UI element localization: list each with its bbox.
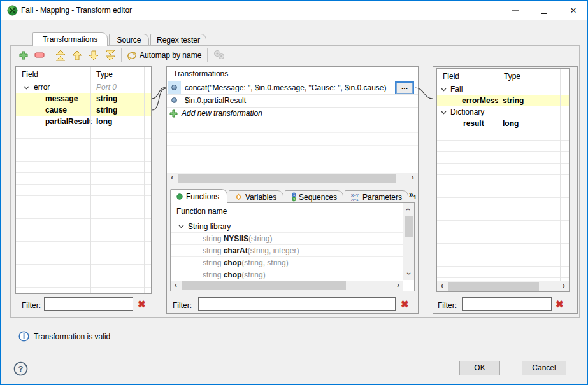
title-bar: Fail - Mapping - Transform editor ✕ [1, 1, 587, 20]
svg-text:1: 1 [293, 193, 295, 197]
transformation-row[interactable]: $in.0.partialResult [167, 94, 418, 107]
right-clear-filter-icon[interactable]: ✖ [556, 299, 564, 309]
function-row[interactable]: string chop(string, string) [171, 256, 403, 268]
transformation-row[interactable]: concat("Message: ", $in.0.message, "Caus… [167, 81, 418, 94]
chevron-down-icon [24, 86, 29, 90]
right-filter-label: Filter: [438, 299, 457, 312]
scroll-up-icon[interactable]: › [403, 204, 413, 214]
table-row[interactable]: Dictionary [437, 106, 569, 118]
close-icon: ✕ [570, 6, 577, 15]
toolbar-separator [50, 48, 50, 62]
functions-vscrollbar[interactable]: › › [403, 203, 414, 280]
left-col-header-field: Field [22, 69, 38, 80]
field-type: long [503, 118, 519, 129]
info-icon [18, 331, 29, 342]
tab-parameters[interactable]: X=Y A=1 Parameters [345, 190, 408, 203]
add-new-transformation-row[interactable]: Add new transformation [167, 107, 418, 120]
scrollbar-thumb[interactable] [178, 174, 396, 183]
field-type: string [96, 93, 117, 104]
close-button[interactable]: ✕ [559, 1, 588, 20]
minimize-icon [512, 10, 519, 11]
field-name: cause [45, 104, 67, 116]
scrollbar-thumb[interactable] [448, 282, 539, 291]
remove-button[interactable] [34, 52, 45, 59]
automap-by-name-button[interactable]: Automap by name [140, 50, 201, 60]
ok-button[interactable]: OK [459, 361, 500, 375]
scroll-left-icon[interactable]: ‹ [171, 281, 181, 291]
move-to-bottom-button[interactable] [104, 50, 116, 61]
scrollbar-thumb[interactable] [405, 216, 413, 237]
minimize-button[interactable] [500, 1, 529, 20]
parameters-icon: X=Y A=1 [351, 193, 359, 202]
field-name: error [34, 81, 50, 93]
tab-regex-tester[interactable]: Regex tester [150, 34, 206, 46]
help-button[interactable]: ? [13, 361, 28, 376]
edit-transformation-button[interactable]: ... [396, 83, 413, 94]
plus-icon [169, 109, 178, 118]
table-row[interactable]: Fail [437, 83, 569, 95]
right-filter-input[interactable] [462, 297, 552, 311]
field-name: partialResult [45, 116, 92, 127]
add-button[interactable] [18, 50, 29, 60]
fail-component-icon [7, 5, 18, 16]
tab-transformations[interactable]: Transformations [32, 32, 108, 46]
right-col-header-field: Field [443, 71, 459, 82]
scroll-left-icon[interactable]: ‹ [167, 173, 177, 183]
tab-overflow-button[interactable]: »1 [409, 190, 419, 203]
tab-sequences[interactable]: 1 2 3 Sequences [285, 190, 343, 203]
scroll-right-icon[interactable]: › [559, 281, 569, 291]
scroll-right-icon[interactable]: › [408, 173, 418, 183]
scroll-down-icon[interactable]: › [403, 269, 413, 279]
table-row[interactable]: error Port 0 [16, 81, 151, 93]
scroll-left-icon[interactable]: ‹ [437, 281, 447, 291]
tab-functions[interactable]: Functions [170, 189, 227, 203]
right-col-header-type: Type [504, 71, 520, 82]
functions-list-header: Function name [176, 206, 227, 217]
maximize-button[interactable] [529, 1, 559, 20]
left-clear-filter-icon[interactable]: ✖ [138, 299, 146, 309]
variables-icon [235, 193, 242, 200]
output-hscrollbar[interactable]: ‹ › [437, 281, 569, 291]
move-to-top-button[interactable] [55, 50, 66, 61]
middle-clear-filter-icon[interactable]: ✖ [401, 299, 409, 309]
move-down-button[interactable] [88, 50, 99, 61]
transformation-expression: concat("Message: ", $in.0.message, "Caus… [185, 81, 387, 94]
svg-text:?: ? [18, 364, 24, 374]
functions-hscrollbar[interactable]: ‹ › [171, 281, 403, 291]
tab-variables[interactable]: Variables [229, 190, 283, 203]
left-filter-input[interactable] [44, 297, 133, 311]
field-name: Dictionary [450, 106, 484, 118]
table-row[interactable]: errorMess string [437, 95, 569, 106]
table-row[interactable]: cause string [16, 104, 151, 116]
status-message: Transformation is valid [34, 332, 110, 342]
add-new-transformation-label: Add new transformation [182, 107, 262, 120]
toolbar-separator [207, 48, 208, 62]
transformation-dot-icon [171, 97, 177, 103]
library-name: String library [188, 221, 231, 232]
table-row[interactable]: partialResult long [16, 116, 151, 127]
function-row[interactable]: string charAt(string, integer) [171, 244, 403, 256]
chevron-down-icon [178, 225, 184, 228]
window-title: Fail - Mapping - Transform editor [21, 1, 132, 20]
transformation-expression: $in.0.partialResult [185, 94, 246, 107]
function-row[interactable]: string NYSIIS(string) [171, 232, 403, 244]
scroll-right-icon[interactable]: › [393, 281, 403, 291]
move-up-button[interactable] [71, 50, 83, 61]
transformations-header: Transformations [173, 68, 228, 80]
function-library-row[interactable]: String library [171, 221, 403, 232]
field-type: long [96, 116, 112, 127]
toolbar-separator [121, 48, 122, 62]
middle-filter-label: Filter: [173, 299, 192, 312]
field-name: errorMess [462, 95, 498, 106]
function-row[interactable]: string chop(string) [171, 269, 403, 280]
middle-filter-input[interactable] [198, 297, 396, 311]
transformations-hscrollbar[interactable]: ‹ › [167, 173, 418, 183]
cancel-button[interactable]: Cancel [522, 361, 566, 375]
table-row[interactable]: result long [437, 118, 569, 129]
settings-gears-icon[interactable] [213, 49, 226, 60]
tab-source[interactable]: Source [109, 34, 149, 46]
svg-text:X=Y: X=Y [351, 193, 359, 197]
scrollbar-thumb[interactable] [182, 281, 346, 290]
maximize-icon [541, 8, 547, 14]
table-row[interactable]: message string [16, 93, 151, 104]
